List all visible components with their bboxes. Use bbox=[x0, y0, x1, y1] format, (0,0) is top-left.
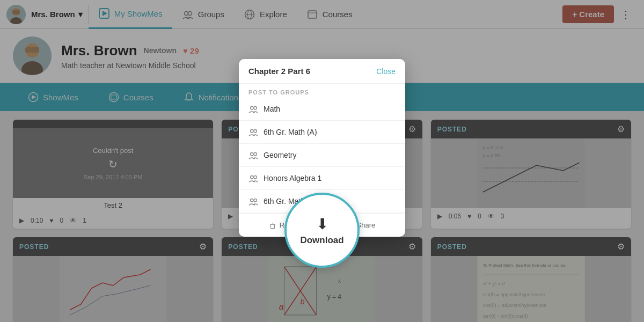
modal-title: Chapter 2 Part 6 bbox=[248, 67, 310, 76]
modal-group-math-label: Math bbox=[264, 105, 280, 113]
modal-group-honors-algebra[interactable]: Honors Algebra 1 bbox=[239, 167, 405, 190]
svg-point-52 bbox=[251, 153, 253, 156]
svg-point-51 bbox=[254, 130, 257, 133]
svg-point-56 bbox=[251, 199, 253, 202]
group-icon bbox=[248, 150, 258, 160]
group-icon bbox=[248, 104, 258, 114]
svg-point-49 bbox=[254, 107, 257, 109]
modal-group-geometry[interactable]: Geometry bbox=[239, 144, 405, 167]
modal-group-math[interactable]: Math bbox=[239, 98, 405, 121]
modal-header: Chapter 2 Part 6 Close bbox=[239, 59, 405, 84]
modal-group-6th-math-a-label: 6th Gr. Math (A) bbox=[264, 128, 317, 136]
modal-group-6th-math-a[interactable]: 6th Gr. Math (A) bbox=[239, 121, 405, 144]
svg-point-57 bbox=[254, 199, 257, 202]
group-icon bbox=[248, 173, 258, 183]
modal-section-label: POST TO GROUPS bbox=[239, 84, 405, 98]
svg-point-55 bbox=[254, 176, 257, 179]
svg-point-50 bbox=[251, 130, 253, 133]
modal-overlay[interactable]: Chapter 2 Part 6 Close POST TO GROUPS Ma… bbox=[0, 0, 644, 322]
modal-close-button[interactable]: Close bbox=[376, 67, 396, 76]
modal-download-button[interactable]: ⬇ Download bbox=[284, 193, 360, 268]
download-label: Download bbox=[300, 235, 343, 246]
svg-point-53 bbox=[254, 153, 257, 156]
modal-group-geometry-label: Geometry bbox=[264, 151, 296, 159]
svg-rect-58 bbox=[270, 224, 274, 228]
modal: Chapter 2 Part 6 Close POST TO GROUPS Ma… bbox=[239, 59, 405, 237]
download-icon: ⬇ bbox=[316, 215, 328, 233]
group-icon bbox=[248, 127, 258, 137]
svg-point-48 bbox=[251, 107, 253, 109]
trash-icon bbox=[269, 222, 276, 229]
group-icon bbox=[248, 196, 258, 206]
modal-group-honors-algebra-label: Honors Algebra 1 bbox=[264, 174, 321, 182]
svg-point-54 bbox=[251, 176, 253, 179]
